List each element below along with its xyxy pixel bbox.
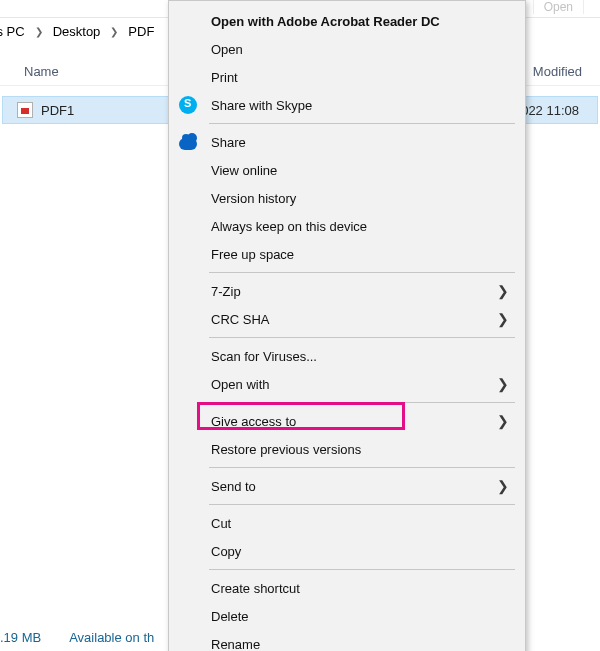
menu-item-label: 7-Zip (211, 284, 241, 299)
menu-item-label: Cut (211, 516, 231, 531)
menu-item-label: Open with Adobe Acrobat Reader DC (211, 14, 440, 29)
menu-copy[interactable]: Copy (169, 537, 525, 565)
menu-item-label: Share (211, 135, 246, 150)
menu-open-with[interactable]: Open with ❯ (169, 370, 525, 398)
menu-open[interactable]: Open (169, 35, 525, 63)
menu-open-adobe[interactable]: Open with Adobe Acrobat Reader DC (169, 7, 525, 35)
menu-delete[interactable]: Delete (169, 602, 525, 630)
file-modified: 022 11:08 (521, 103, 579, 118)
chevron-right-icon: ❯ (497, 478, 509, 494)
menu-rename[interactable]: Rename (169, 630, 525, 651)
chevron-right-icon: ❯ (497, 413, 509, 429)
menu-free-up-space[interactable]: Free up space (169, 240, 525, 268)
open-button[interactable]: Open (533, 0, 584, 14)
menu-item-label: Always keep on this device (211, 219, 367, 234)
open-button-label: Open (544, 0, 573, 14)
menu-item-label: View online (211, 163, 277, 178)
menu-send-to[interactable]: Send to ❯ (169, 472, 525, 500)
menu-separator (209, 272, 515, 273)
menu-share-skype[interactable]: Share with Skype (169, 91, 525, 119)
menu-separator (209, 467, 515, 468)
context-menu: Open with Adobe Acrobat Reader DC Open P… (168, 0, 526, 651)
menu-item-label: Copy (211, 544, 241, 559)
breadcrumb-seg[interactable]: Desktop (53, 24, 101, 39)
status-availability: Available on th (69, 630, 154, 645)
menu-separator (209, 123, 515, 124)
breadcrumb-seg[interactable]: 's PC (0, 24, 25, 39)
menu-item-label: Send to (211, 479, 256, 494)
menu-item-label: Version history (211, 191, 296, 206)
menu-item-label: Open with (211, 377, 270, 392)
breadcrumb: 's PC ❯ Desktop ❯ PDF (0, 24, 154, 39)
menu-separator (209, 402, 515, 403)
onedrive-cloud-icon (179, 133, 197, 151)
chevron-right-icon: ❯ (497, 376, 509, 392)
menu-always-keep[interactable]: Always keep on this device (169, 212, 525, 240)
menu-item-label: Open (211, 42, 243, 57)
menu-7zip[interactable]: 7-Zip ❯ (169, 277, 525, 305)
menu-separator (209, 504, 515, 505)
chevron-right-icon: ❯ (104, 26, 124, 37)
menu-item-label: Print (211, 70, 238, 85)
menu-item-label: Free up space (211, 247, 294, 262)
chevron-right-icon: ❯ (29, 26, 49, 37)
menu-item-label: Delete (211, 609, 249, 624)
menu-create-shortcut[interactable]: Create shortcut (169, 574, 525, 602)
column-modified[interactable]: Modified (533, 64, 582, 79)
menu-item-label: CRC SHA (211, 312, 270, 327)
menu-view-online[interactable]: View online (169, 156, 525, 184)
skype-icon (179, 96, 197, 114)
menu-cut[interactable]: Cut (169, 509, 525, 537)
chevron-right-icon: ❯ (497, 283, 509, 299)
menu-version-history[interactable]: Version history (169, 184, 525, 212)
menu-item-label: Share with Skype (211, 98, 312, 113)
menu-crc-sha[interactable]: CRC SHA ❯ (169, 305, 525, 333)
menu-item-label: Restore previous versions (211, 442, 361, 457)
menu-separator (209, 337, 515, 338)
pdf-file-icon (17, 102, 33, 118)
menu-share[interactable]: Share (169, 128, 525, 156)
column-name[interactable]: Name (0, 64, 150, 79)
status-size: .19 MB (0, 630, 41, 645)
chevron-right-icon: ❯ (497, 311, 509, 327)
menu-item-label: Scan for Viruses... (211, 349, 317, 364)
menu-print[interactable]: Print (169, 63, 525, 91)
menu-scan-viruses[interactable]: Scan for Viruses... (169, 342, 525, 370)
menu-give-access[interactable]: Give access to ❯ (169, 407, 525, 435)
menu-item-label: Give access to (211, 414, 296, 429)
menu-restore-prev[interactable]: Restore previous versions (169, 435, 525, 463)
menu-item-label: Create shortcut (211, 581, 300, 596)
menu-item-label: Rename (211, 637, 260, 652)
file-name: PDF1 (41, 103, 74, 118)
menu-separator (209, 569, 515, 570)
breadcrumb-seg[interactable]: PDF (128, 24, 154, 39)
